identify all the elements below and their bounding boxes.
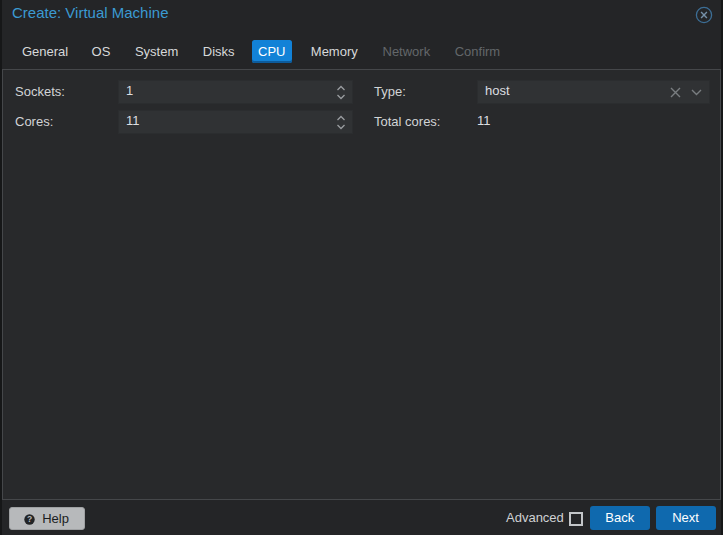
svg-text:?: ?: [27, 514, 32, 524]
